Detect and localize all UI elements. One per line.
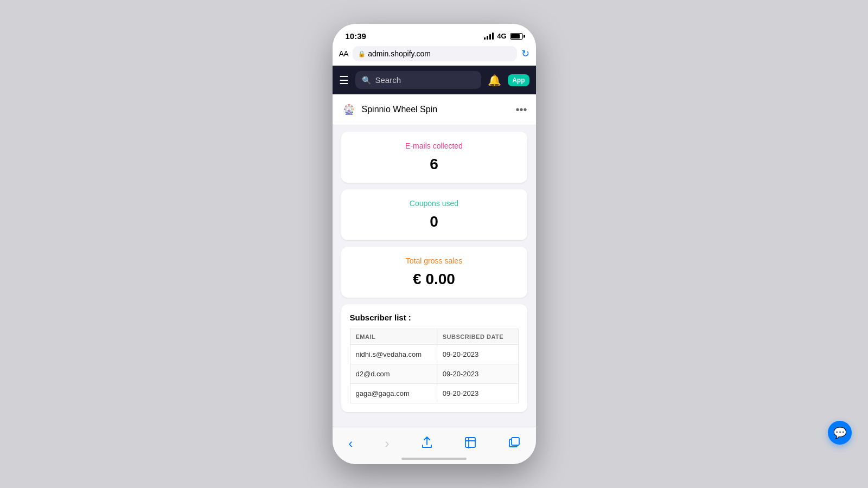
subscriber-section: Subscriber list : EMAIL SUBSCRIBED DATE … <box>341 304 527 412</box>
emails-value: 6 <box>350 156 519 173</box>
lock-icon: 🔒 <box>358 50 366 57</box>
app-title: Spinnio Wheel Spin <box>362 105 438 114</box>
subscriber-date: 09-20-2023 <box>437 345 518 364</box>
app-header: 🎡 Spinnio Wheel Spin ••• <box>333 94 536 125</box>
table-row: gaga@gaga.com09-20-2023 <box>350 384 518 403</box>
battery-icon <box>510 33 523 40</box>
url-text: admin.shopify.com <box>368 49 431 58</box>
subscriber-date: 09-20-2023 <box>437 384 518 403</box>
col-email: EMAIL <box>350 329 437 345</box>
coupons-card: Coupons used 0 <box>341 189 527 240</box>
app-icon: 🎡 <box>341 102 356 117</box>
hamburger-icon[interactable]: ☰ <box>339 74 349 87</box>
shopify-nav: ☰ 🔍 Search 🔔 App <box>333 66 536 94</box>
tabs-icon[interactable] <box>502 435 526 453</box>
reload-icon[interactable]: ↻ <box>521 48 529 60</box>
bookmarks-icon[interactable] <box>458 434 483 453</box>
sales-label: Total gross sales <box>350 256 519 265</box>
subscriber-email: nidhi.s@vedaha.com <box>350 345 437 364</box>
browser-bar: AA 🔒 admin.shopify.com ↻ <box>333 44 536 66</box>
col-date: SUBSCRIBED DATE <box>437 329 518 345</box>
app-badge[interactable]: App <box>508 74 529 86</box>
font-size-control[interactable]: AA <box>339 49 349 58</box>
coupons-value: 0 <box>350 213 519 230</box>
subscriber-email: d2@d.com <box>350 364 437 384</box>
url-bar[interactable]: 🔒 admin.shopify.com <box>353 46 516 61</box>
table-row: d2@d.com09-20-2023 <box>350 364 518 384</box>
app-icon-emoji: 🎡 <box>343 104 355 115</box>
status-icons: 4G <box>484 32 522 40</box>
status-bar: 10:39 4G <box>333 24 536 44</box>
search-bar[interactable]: 🔍 Search <box>355 71 482 89</box>
subscriber-table: EMAIL SUBSCRIBED DATE nidhi.s@vedaha.com… <box>350 329 519 403</box>
network-label: 4G <box>497 32 506 40</box>
subscriber-date: 09-20-2023 <box>437 364 518 384</box>
coupons-label: Coupons used <box>350 199 519 208</box>
signal-bars-icon <box>484 33 494 40</box>
subscriber-email: gaga@gaga.com <box>350 384 437 403</box>
sales-card: Total gross sales € 0.00 <box>341 247 527 298</box>
forward-button[interactable]: › <box>379 434 396 453</box>
share-icon[interactable] <box>415 434 439 453</box>
content-area: 🎡 Spinnio Wheel Spin ••• E-mails collect… <box>333 94 536 427</box>
subscriber-title: Subscriber list : <box>350 313 519 322</box>
sales-value: € 0.00 <box>350 271 519 288</box>
bell-icon[interactable]: 🔔 <box>488 74 501 87</box>
svg-rect-0 <box>465 438 475 447</box>
stats-container: E-mails collected 6 Coupons used 0 Total… <box>333 125 536 304</box>
emails-card: E-mails collected 6 <box>341 132 527 183</box>
back-button[interactable]: ‹ <box>342 434 359 453</box>
status-time: 10:39 <box>346 31 366 41</box>
app-header-left: 🎡 Spinnio Wheel Spin <box>341 102 438 117</box>
search-icon: 🔍 <box>362 76 371 85</box>
search-input[interactable]: Search <box>375 75 401 85</box>
emails-label: E-mails collected <box>350 142 519 150</box>
more-options-icon[interactable]: ••• <box>515 104 527 116</box>
home-indicator <box>401 458 467 460</box>
svg-rect-2 <box>512 438 519 445</box>
table-row: nidhi.s@vedaha.com09-20-2023 <box>350 345 518 364</box>
